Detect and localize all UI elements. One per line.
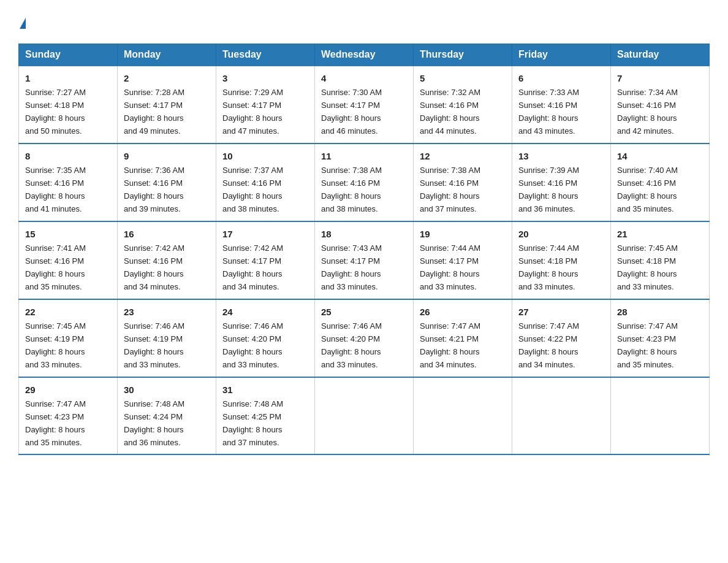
week-row-2: 8 Sunrise: 7:35 AMSunset: 4:16 PMDayligh… [19,144,710,221]
day-number: 13 [518,149,604,163]
day-info: Sunrise: 7:34 AMSunset: 4:16 PMDaylight:… [617,88,678,136]
day-cell: 26 Sunrise: 7:47 AMSunset: 4:21 PMDaylig… [414,299,512,377]
page-header [18,12,710,31]
day-number: 27 [518,305,604,319]
header-wednesday: Wednesday [315,44,414,66]
day-info: Sunrise: 7:35 AMSunset: 4:16 PMDaylight:… [25,166,86,213]
header-monday: Monday [118,44,216,66]
day-cell: 30 Sunrise: 7:48 AMSunset: 4:24 PMDaylig… [118,377,216,455]
day-cell: 24 Sunrise: 7:46 AMSunset: 4:20 PMDaylig… [216,299,315,377]
day-cell: 25 Sunrise: 7:46 AMSunset: 4:20 PMDaylig… [315,299,414,377]
day-info: Sunrise: 7:38 AMSunset: 4:16 PMDaylight:… [420,166,480,213]
day-cell: 10 Sunrise: 7:37 AMSunset: 4:16 PMDaylig… [216,144,315,221]
day-info: Sunrise: 7:39 AMSunset: 4:16 PMDaylight:… [518,166,579,213]
day-info: Sunrise: 7:41 AMSunset: 4:16 PMDaylight:… [25,243,86,291]
logo-general-line [18,12,26,31]
day-info: Sunrise: 7:42 AMSunset: 4:17 PMDaylight:… [222,243,283,291]
day-cell: 6 Sunrise: 7:33 AMSunset: 4:16 PMDayligh… [512,66,611,144]
day-cell: 19 Sunrise: 7:44 AMSunset: 4:17 PMDaylig… [414,221,512,299]
day-cell: 13 Sunrise: 7:39 AMSunset: 4:16 PMDaylig… [512,144,611,221]
day-number: 19 [420,227,506,241]
day-number: 15 [25,227,111,241]
day-number: 25 [321,305,407,319]
day-info: Sunrise: 7:42 AMSunset: 4:16 PMDaylight:… [124,243,184,291]
day-info: Sunrise: 7:27 AMSunset: 4:18 PMDaylight:… [25,88,86,136]
logo-triangle-icon [20,18,26,29]
day-cell: 16 Sunrise: 7:42 AMSunset: 4:16 PMDaylig… [118,221,216,299]
day-cell: 3 Sunrise: 7:29 AMSunset: 4:17 PMDayligh… [216,66,315,144]
day-cell [512,377,611,455]
day-number: 4 [321,71,407,85]
day-cell: 5 Sunrise: 7:32 AMSunset: 4:16 PMDayligh… [414,66,512,144]
day-cell: 14 Sunrise: 7:40 AMSunset: 4:16 PMDaylig… [611,144,710,221]
day-cell: 1 Sunrise: 7:27 AMSunset: 4:18 PMDayligh… [19,66,118,144]
day-info: Sunrise: 7:46 AMSunset: 4:20 PMDaylight:… [222,321,283,369]
day-info: Sunrise: 7:37 AMSunset: 4:16 PMDaylight:… [222,166,283,213]
day-cell: 11 Sunrise: 7:38 AMSunset: 4:16 PMDaylig… [315,144,414,221]
day-number: 12 [420,149,506,163]
day-cell: 27 Sunrise: 7:47 AMSunset: 4:22 PMDaylig… [512,299,611,377]
day-number: 28 [617,305,703,319]
day-cell [611,377,710,455]
header-friday: Friday [512,44,611,66]
day-info: Sunrise: 7:33 AMSunset: 4:16 PMDaylight:… [518,88,579,136]
day-info: Sunrise: 7:48 AMSunset: 4:25 PMDaylight:… [222,399,283,447]
day-cell: 15 Sunrise: 7:41 AMSunset: 4:16 PMDaylig… [19,221,118,299]
day-number: 8 [25,149,111,163]
day-cell [414,377,512,455]
day-number: 2 [124,71,210,85]
week-row-3: 15 Sunrise: 7:41 AMSunset: 4:16 PMDaylig… [19,221,710,299]
day-number: 23 [124,305,210,319]
day-number: 3 [222,71,308,85]
day-cell: 31 Sunrise: 7:48 AMSunset: 4:25 PMDaylig… [216,377,315,455]
day-info: Sunrise: 7:47 AMSunset: 4:21 PMDaylight:… [420,321,480,369]
day-number: 16 [124,227,210,241]
day-cell: 29 Sunrise: 7:47 AMSunset: 4:23 PMDaylig… [19,377,118,455]
header-saturday: Saturday [611,44,710,66]
header-thursday: Thursday [414,44,512,66]
day-cell: 18 Sunrise: 7:43 AMSunset: 4:17 PMDaylig… [315,221,414,299]
day-cell: 4 Sunrise: 7:30 AMSunset: 4:17 PMDayligh… [315,66,414,144]
day-cell: 21 Sunrise: 7:45 AMSunset: 4:18 PMDaylig… [611,221,710,299]
week-row-4: 22 Sunrise: 7:45 AMSunset: 4:19 PMDaylig… [19,299,710,377]
day-info: Sunrise: 7:30 AMSunset: 4:17 PMDaylight:… [321,88,382,136]
day-number: 30 [124,383,210,397]
day-number: 6 [518,71,604,85]
day-number: 1 [25,71,111,85]
day-info: Sunrise: 7:44 AMSunset: 4:18 PMDaylight:… [518,243,579,291]
day-info: Sunrise: 7:47 AMSunset: 4:23 PMDaylight:… [25,399,86,447]
day-cell: 28 Sunrise: 7:47 AMSunset: 4:23 PMDaylig… [611,299,710,377]
day-info: Sunrise: 7:36 AMSunset: 4:16 PMDaylight:… [124,166,184,213]
day-info: Sunrise: 7:29 AMSunset: 4:17 PMDaylight:… [222,88,283,136]
day-cell: 20 Sunrise: 7:44 AMSunset: 4:18 PMDaylig… [512,221,611,299]
day-info: Sunrise: 7:44 AMSunset: 4:17 PMDaylight:… [420,243,480,291]
day-cell: 23 Sunrise: 7:46 AMSunset: 4:19 PMDaylig… [118,299,216,377]
calendar-header-row: SundayMondayTuesdayWednesdayThursdayFrid… [19,44,710,66]
day-number: 10 [222,149,308,163]
day-info: Sunrise: 7:45 AMSunset: 4:19 PMDaylight:… [25,321,86,369]
day-cell: 2 Sunrise: 7:28 AMSunset: 4:17 PMDayligh… [118,66,216,144]
day-info: Sunrise: 7:45 AMSunset: 4:18 PMDaylight:… [617,243,678,291]
day-cell: 22 Sunrise: 7:45 AMSunset: 4:19 PMDaylig… [19,299,118,377]
logo [18,12,26,31]
day-number: 14 [617,149,703,163]
day-info: Sunrise: 7:40 AMSunset: 4:16 PMDaylight:… [617,166,678,213]
day-number: 31 [222,383,308,397]
day-number: 21 [617,227,703,241]
day-number: 20 [518,227,604,241]
day-cell: 17 Sunrise: 7:42 AMSunset: 4:17 PMDaylig… [216,221,315,299]
day-number: 7 [617,71,703,85]
day-cell [315,377,414,455]
day-number: 24 [222,305,308,319]
day-info: Sunrise: 7:43 AMSunset: 4:17 PMDaylight:… [321,243,382,291]
day-number: 29 [25,383,111,397]
day-info: Sunrise: 7:46 AMSunset: 4:20 PMDaylight:… [321,321,382,369]
day-cell: 9 Sunrise: 7:36 AMSunset: 4:16 PMDayligh… [118,144,216,221]
day-cell: 8 Sunrise: 7:35 AMSunset: 4:16 PMDayligh… [19,144,118,221]
week-row-1: 1 Sunrise: 7:27 AMSunset: 4:18 PMDayligh… [19,66,710,144]
day-info: Sunrise: 7:38 AMSunset: 4:16 PMDaylight:… [321,166,382,213]
day-number: 18 [321,227,407,241]
day-info: Sunrise: 7:46 AMSunset: 4:19 PMDaylight:… [124,321,184,369]
day-number: 5 [420,71,506,85]
day-info: Sunrise: 7:28 AMSunset: 4:17 PMDaylight:… [124,88,184,136]
